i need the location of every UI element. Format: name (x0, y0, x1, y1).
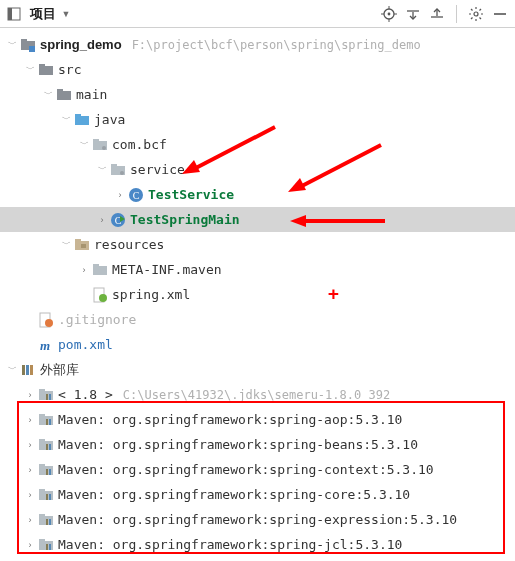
sdk-path: C:\Users\41932\.jdks\semeru-1.8.0_392 (123, 388, 390, 402)
package-label: com.bcf (112, 137, 167, 152)
external-libs-label: 外部库 (40, 361, 79, 379)
testservice-label: TestService (148, 187, 234, 202)
chevron-right-icon[interactable]: › (114, 189, 126, 201)
chevron-down-icon[interactable]: ﹀ (6, 39, 18, 51)
springxml-label: spring.xml (112, 287, 190, 302)
resources-folder-icon (74, 237, 90, 253)
svg-point-12 (474, 12, 478, 16)
sdk-label: < 1.8 > (58, 387, 113, 402)
folder-icon (56, 87, 72, 103)
annotation-box (17, 401, 505, 554)
svg-line-17 (471, 9, 473, 11)
annotation-plus: + (328, 283, 339, 304)
root-label: spring_demo (40, 37, 122, 52)
tree-node-resources[interactable]: ﹀ resources (0, 232, 515, 257)
gitignore-icon (38, 312, 54, 328)
svg-point-36 (120, 171, 124, 175)
chevron-down-icon[interactable]: ﹀ (96, 164, 108, 176)
spring-xml-icon (92, 287, 108, 303)
svg-rect-43 (75, 239, 81, 242)
svg-rect-24 (29, 46, 35, 52)
tree-node-src[interactable]: ﹀ src (0, 57, 515, 82)
testspringmain-label: TestSpringMain (130, 212, 240, 227)
chevron-down-icon[interactable]: ﹀ (60, 114, 72, 126)
tree-node-testspringmain[interactable]: › C TestSpringMain (0, 207, 515, 232)
gitignore-label: .gitignore (58, 312, 136, 327)
chevron-right-icon[interactable]: › (24, 389, 36, 401)
metainf-label: META-INF.maven (112, 262, 222, 277)
tree-node-external-libs[interactable]: ﹀ 外部库 (0, 357, 515, 382)
svg-point-50 (45, 319, 53, 327)
src-label: src (58, 62, 81, 77)
chevron-down-icon[interactable]: ﹀ (6, 364, 18, 376)
collapse-all-icon[interactable] (428, 5, 446, 23)
gear-icon[interactable] (467, 5, 485, 23)
svg-point-33 (102, 146, 106, 150)
svg-rect-44 (81, 244, 86, 248)
svg-rect-57 (46, 394, 48, 400)
library-group-icon (20, 362, 36, 378)
chevron-down-icon[interactable]: ﹀ (78, 139, 90, 151)
project-panel-icon (6, 6, 22, 22)
svg-rect-54 (30, 365, 33, 375)
java-label: java (94, 112, 125, 127)
project-toolbar: 项目 ▼ (0, 0, 515, 28)
package-icon (110, 162, 126, 178)
folder-icon (92, 262, 108, 278)
svg-rect-58 (49, 394, 51, 400)
main-label: main (76, 87, 107, 102)
svg-line-18 (480, 17, 482, 19)
svg-rect-26 (39, 64, 45, 67)
svg-rect-27 (57, 91, 71, 100)
service-label: service (130, 162, 185, 177)
root-path: F:\project\bcf\person\spring\spring_demo (132, 38, 421, 52)
svg-point-48 (99, 294, 107, 302)
tree-node-main[interactable]: ﹀ main (0, 82, 515, 107)
tree-node-springxml[interactable]: › spring.xml (0, 282, 515, 307)
divider (456, 5, 457, 23)
tree-node-testservice[interactable]: › C TestService (0, 182, 515, 207)
tree-node-service[interactable]: ﹀ service (0, 157, 515, 182)
resources-label: resources (94, 237, 164, 252)
tree-node-metainf[interactable]: › META-INF.maven (0, 257, 515, 282)
runnable-class-icon: C (110, 212, 126, 228)
svg-rect-52 (22, 365, 25, 375)
source-folder-icon (74, 112, 90, 128)
svg-text:m: m (40, 338, 50, 353)
svg-rect-46 (93, 264, 99, 267)
svg-line-20 (480, 9, 482, 11)
chevron-down-icon[interactable]: ▼ (60, 8, 72, 20)
svg-rect-28 (57, 89, 63, 92)
folder-icon (38, 62, 54, 78)
module-folder-icon (20, 37, 36, 53)
tree-node-gitignore[interactable]: › .gitignore (0, 307, 515, 332)
project-label[interactable]: 项目 (30, 5, 56, 23)
svg-rect-29 (75, 116, 89, 125)
svg-rect-1 (8, 8, 12, 20)
tree-node-root[interactable]: ﹀ spring_demo F:\project\bcf\person\spri… (0, 32, 515, 57)
chevron-down-icon[interactable]: ﹀ (42, 89, 54, 101)
svg-text:C: C (133, 190, 140, 201)
chevron-right-icon[interactable]: › (96, 214, 108, 226)
chevron-down-icon[interactable]: ﹀ (24, 64, 36, 76)
target-icon[interactable] (380, 5, 398, 23)
svg-point-3 (388, 12, 391, 15)
svg-rect-35 (111, 164, 117, 167)
svg-rect-56 (39, 389, 45, 392)
svg-line-19 (471, 17, 473, 19)
svg-rect-53 (26, 365, 29, 375)
svg-rect-32 (93, 139, 99, 142)
chevron-right-icon[interactable]: › (78, 264, 90, 276)
svg-rect-23 (21, 39, 27, 42)
tree-node-pom[interactable]: › m pom.xml (0, 332, 515, 357)
package-icon (92, 137, 108, 153)
expand-all-icon[interactable] (404, 5, 422, 23)
svg-rect-25 (39, 66, 53, 75)
svg-rect-45 (93, 266, 107, 275)
maven-icon: m (38, 337, 54, 353)
chevron-down-icon[interactable]: ﹀ (60, 239, 72, 251)
tree-node-java[interactable]: ﹀ java (0, 107, 515, 132)
minimize-icon[interactable] (491, 5, 509, 23)
class-icon: C (128, 187, 144, 203)
tree-node-package[interactable]: ﹀ com.bcf (0, 132, 515, 157)
